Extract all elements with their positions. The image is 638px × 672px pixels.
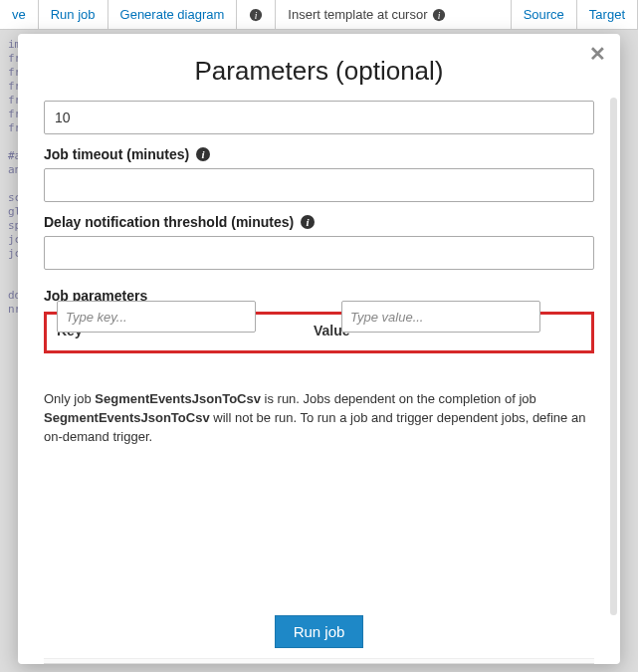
info-icon[interactable]: i xyxy=(195,146,211,162)
first-numeric-input[interactable] xyxy=(44,101,594,134)
modal-bottom-divider xyxy=(44,658,594,664)
toolbar-info-icon-2: i xyxy=(432,8,446,22)
scrollbar[interactable] xyxy=(610,98,617,615)
delay-threshold-label: Delay notification threshold (minutes) xyxy=(44,214,294,230)
modal-title: Parameters (optional) xyxy=(18,34,620,101)
toolbar-source[interactable]: Source xyxy=(512,0,577,29)
modal-body: Job timeout (minutes) i Delay notificati… xyxy=(18,101,620,601)
job-timeout-label: Job timeout (minutes) xyxy=(44,146,189,162)
svg-text:i: i xyxy=(255,9,258,20)
modal-note: Only job SegmentEventsJsonToCsv is run. … xyxy=(44,390,594,447)
parameters-modal: ✕ Parameters (optional) Job timeout (min… xyxy=(18,34,620,664)
param-key-new[interactable] xyxy=(57,301,256,333)
delay-threshold-input[interactable] xyxy=(44,236,594,270)
close-icon[interactable]: ✕ xyxy=(589,44,606,64)
toolbar-insert-template[interactable]: Insert template at cursor i xyxy=(276,0,511,29)
info-icon[interactable]: i xyxy=(300,214,316,230)
toolbar-save[interactable]: ve xyxy=(0,0,39,29)
background-toolbar: ve Run job Generate diagram i Insert tem… xyxy=(0,0,638,30)
toolbar-generate-diagram[interactable]: Generate diagram xyxy=(108,0,238,29)
run-job-button[interactable]: Run job xyxy=(275,615,364,648)
toolbar-target[interactable]: Target xyxy=(577,0,638,29)
modal-footer: Run job xyxy=(18,601,620,658)
job-timeout-input[interactable] xyxy=(44,168,594,202)
param-value-new[interactable] xyxy=(341,301,540,333)
toolbar-run-job[interactable]: Run job xyxy=(39,0,108,29)
svg-text:i: i xyxy=(437,9,440,20)
toolbar-info-icon[interactable]: i xyxy=(237,0,276,29)
toolbar-insert-template-label: Insert template at cursor xyxy=(288,7,427,22)
